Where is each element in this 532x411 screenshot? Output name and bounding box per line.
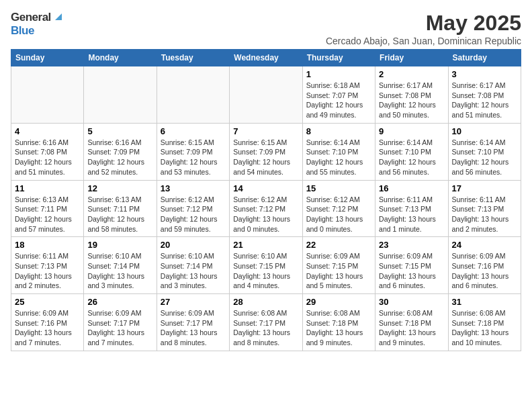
location: Cercado Abajo, San Juan, Dominican Repub…: [326, 36, 521, 46]
calendar-day: 21Sunrise: 6:10 AM Sunset: 7:15 PM Dayli…: [230, 237, 302, 294]
day-info: Sunrise: 6:13 AM Sunset: 7:11 PM Dayligh…: [87, 195, 152, 234]
day-number: 17: [452, 183, 517, 193]
day-info: Sunrise: 6:14 AM Sunset: 7:10 PM Dayligh…: [379, 138, 444, 177]
calendar-day: 9Sunrise: 6:14 AM Sunset: 7:10 PM Daylig…: [375, 123, 448, 180]
day-number: 23: [379, 240, 444, 250]
calendar-day: 13Sunrise: 6:12 AM Sunset: 7:12 PM Dayli…: [157, 180, 229, 237]
column-header-saturday: Saturday: [448, 50, 521, 66]
calendar-day: 6Sunrise: 6:15 AM Sunset: 7:09 PM Daylig…: [157, 123, 229, 180]
column-header-tuesday: Tuesday: [157, 50, 229, 66]
column-header-sunday: Sunday: [11, 50, 84, 66]
day-number: 26: [87, 297, 152, 307]
day-number: 19: [87, 240, 152, 250]
calendar-day: 12Sunrise: 6:13 AM Sunset: 7:11 PM Dayli…: [84, 180, 157, 237]
calendar-day: 18Sunrise: 6:11 AM Sunset: 7:13 PM Dayli…: [11, 237, 84, 294]
day-number: 25: [15, 297, 80, 307]
calendar-day: 14Sunrise: 6:12 AM Sunset: 7:12 PM Dayli…: [230, 180, 302, 237]
day-info: Sunrise: 6:16 AM Sunset: 7:08 PM Dayligh…: [15, 138, 80, 177]
day-number: 20: [161, 240, 226, 250]
calendar-day: 31Sunrise: 6:08 AM Sunset: 7:18 PM Dayli…: [448, 294, 521, 351]
day-info: Sunrise: 6:10 AM Sunset: 7:14 PM Dayligh…: [87, 251, 152, 291]
day-info: Sunrise: 6:08 AM Sunset: 7:18 PM Dayligh…: [306, 308, 371, 348]
calendar-week-1: 1Sunrise: 6:18 AM Sunset: 7:07 PM Daylig…: [11, 66, 521, 124]
logo-general: General: [11, 11, 51, 24]
day-info: Sunrise: 6:15 AM Sunset: 7:09 PM Dayligh…: [161, 138, 226, 177]
day-number: 16: [379, 183, 444, 193]
day-number: 18: [15, 240, 80, 250]
calendar-day: [157, 66, 229, 124]
svg-marker-0: [55, 13, 62, 20]
day-number: 4: [15, 126, 80, 136]
day-number: 9: [379, 126, 444, 136]
day-info: Sunrise: 6:08 AM Sunset: 7:17 PM Dayligh…: [233, 308, 298, 348]
calendar-day: 8Sunrise: 6:14 AM Sunset: 7:10 PM Daylig…: [302, 123, 375, 180]
day-info: Sunrise: 6:17 AM Sunset: 7:08 PM Dayligh…: [379, 81, 444, 120]
calendar-day: 25Sunrise: 6:09 AM Sunset: 7:16 PM Dayli…: [11, 294, 84, 351]
day-number: 13: [161, 183, 226, 193]
day-info: Sunrise: 6:17 AM Sunset: 7:08 PM Dayligh…: [452, 81, 517, 120]
day-number: 31: [452, 297, 517, 307]
day-number: 24: [452, 240, 517, 250]
page-header: General Blue May 2025 Cercado Abajo, San…: [11, 11, 521, 46]
logo-blue: Blue: [11, 24, 34, 38]
calendar-day: 28Sunrise: 6:08 AM Sunset: 7:17 PM Dayli…: [230, 294, 302, 351]
column-header-friday: Friday: [375, 50, 448, 66]
day-info: Sunrise: 6:12 AM Sunset: 7:12 PM Dayligh…: [233, 195, 298, 234]
day-number: 29: [306, 297, 371, 307]
day-info: Sunrise: 6:08 AM Sunset: 7:18 PM Dayligh…: [379, 308, 444, 348]
day-number: 10: [452, 126, 517, 136]
day-number: 11: [15, 183, 80, 193]
day-info: Sunrise: 6:08 AM Sunset: 7:18 PM Dayligh…: [452, 308, 517, 348]
calendar-header-row: SundayMondayTuesdayWednesdayThursdayFrid…: [11, 50, 521, 66]
day-info: Sunrise: 6:14 AM Sunset: 7:10 PM Dayligh…: [306, 138, 371, 177]
calendar-day: 24Sunrise: 6:09 AM Sunset: 7:16 PM Dayli…: [448, 237, 521, 294]
title-block: May 2025 Cercado Abajo, San Juan, Domini…: [326, 11, 521, 46]
day-info: Sunrise: 6:11 AM Sunset: 7:13 PM Dayligh…: [15, 251, 80, 291]
day-number: 15: [306, 183, 371, 193]
day-info: Sunrise: 6:11 AM Sunset: 7:13 PM Dayligh…: [379, 195, 444, 234]
day-info: Sunrise: 6:09 AM Sunset: 7:15 PM Dayligh…: [379, 251, 444, 291]
day-number: 30: [379, 297, 444, 307]
calendar-day: 10Sunrise: 6:14 AM Sunset: 7:10 PM Dayli…: [448, 123, 521, 180]
calendar-week-3: 11Sunrise: 6:13 AM Sunset: 7:11 PM Dayli…: [11, 180, 521, 237]
calendar-day: 17Sunrise: 6:11 AM Sunset: 7:13 PM Dayli…: [448, 180, 521, 237]
day-info: Sunrise: 6:11 AM Sunset: 7:13 PM Dayligh…: [452, 195, 517, 234]
calendar-day: 4Sunrise: 6:16 AM Sunset: 7:08 PM Daylig…: [11, 123, 84, 180]
calendar-day: [11, 66, 84, 124]
day-info: Sunrise: 6:09 AM Sunset: 7:17 PM Dayligh…: [87, 308, 152, 348]
day-info: Sunrise: 6:10 AM Sunset: 7:14 PM Dayligh…: [161, 251, 226, 291]
calendar-day: 3Sunrise: 6:17 AM Sunset: 7:08 PM Daylig…: [448, 66, 521, 124]
day-info: Sunrise: 6:09 AM Sunset: 7:17 PM Dayligh…: [161, 308, 226, 348]
day-info: Sunrise: 6:14 AM Sunset: 7:10 PM Dayligh…: [452, 138, 517, 177]
month-year: May 2025: [326, 11, 521, 36]
calendar-day: 27Sunrise: 6:09 AM Sunset: 7:17 PM Dayli…: [157, 294, 229, 351]
day-info: Sunrise: 6:10 AM Sunset: 7:15 PM Dayligh…: [233, 251, 298, 291]
day-number: 27: [161, 297, 226, 307]
calendar-day: 16Sunrise: 6:11 AM Sunset: 7:13 PM Dayli…: [375, 180, 448, 237]
day-info: Sunrise: 6:18 AM Sunset: 7:07 PM Dayligh…: [306, 81, 371, 120]
logo-triangle-icon: [52, 11, 63, 21]
day-number: 28: [233, 297, 298, 307]
day-info: Sunrise: 6:15 AM Sunset: 7:09 PM Dayligh…: [233, 138, 298, 177]
day-info: Sunrise: 6:12 AM Sunset: 7:12 PM Dayligh…: [161, 195, 226, 234]
column-header-wednesday: Wednesday: [230, 50, 302, 66]
calendar-day: 11Sunrise: 6:13 AM Sunset: 7:11 PM Dayli…: [11, 180, 84, 237]
logo: General Blue: [11, 11, 63, 38]
calendar-day: 20Sunrise: 6:10 AM Sunset: 7:14 PM Dayli…: [157, 237, 229, 294]
day-number: 22: [306, 240, 371, 250]
calendar-day: 26Sunrise: 6:09 AM Sunset: 7:17 PM Dayli…: [84, 294, 157, 351]
day-number: 21: [233, 240, 298, 250]
calendar-week-4: 18Sunrise: 6:11 AM Sunset: 7:13 PM Dayli…: [11, 237, 521, 294]
day-number: 2: [379, 69, 444, 79]
column-header-thursday: Thursday: [302, 50, 375, 66]
calendar-day: 19Sunrise: 6:10 AM Sunset: 7:14 PM Dayli…: [84, 237, 157, 294]
day-info: Sunrise: 6:13 AM Sunset: 7:11 PM Dayligh…: [15, 195, 80, 234]
column-header-monday: Monday: [84, 50, 157, 66]
day-number: 3: [452, 69, 517, 79]
day-info: Sunrise: 6:16 AM Sunset: 7:09 PM Dayligh…: [87, 138, 152, 177]
day-number: 8: [306, 126, 371, 136]
calendar-week-5: 25Sunrise: 6:09 AM Sunset: 7:16 PM Dayli…: [11, 294, 521, 351]
calendar-day: 5Sunrise: 6:16 AM Sunset: 7:09 PM Daylig…: [84, 123, 157, 180]
calendar-day: 23Sunrise: 6:09 AM Sunset: 7:15 PM Dayli…: [375, 237, 448, 294]
day-number: 1: [306, 69, 371, 79]
